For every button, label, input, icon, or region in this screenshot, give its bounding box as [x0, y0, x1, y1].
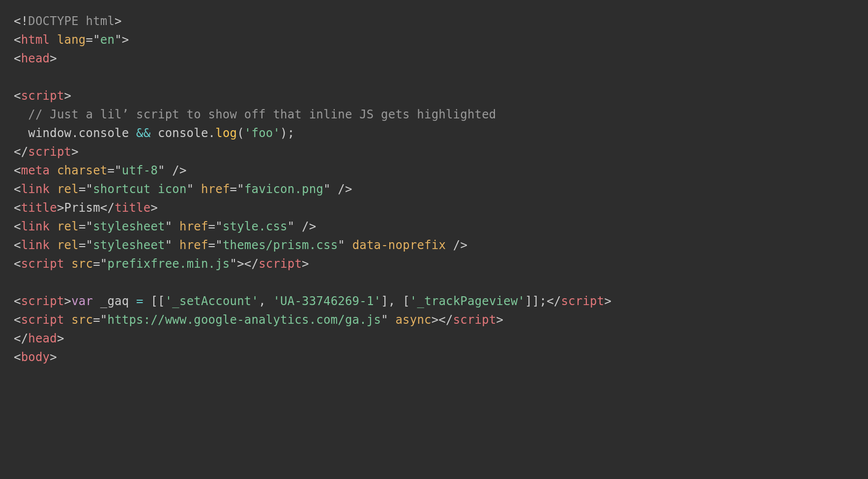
code-token: < — [14, 238, 21, 252]
code-token: stylesheet — [93, 220, 165, 233]
code-token: > — [496, 313, 504, 327]
code-token: log — [215, 126, 237, 140]
code-token: lang — [57, 33, 86, 47]
code-token: console — [150, 126, 208, 140]
code-token: style.css — [223, 220, 288, 233]
code-token — [14, 108, 28, 121]
code-token — [144, 294, 151, 308]
code-token — [50, 164, 57, 177]
code-token: href — [179, 238, 208, 252]
code-block: <!DOCTYPE html> <html lang="en"> <head> … — [0, 0, 868, 378]
code-token: _gaq — [93, 294, 136, 308]
code-token: > — [604, 294, 611, 308]
code-token: rel — [57, 238, 79, 252]
code-token: head — [28, 332, 57, 345]
code-token: head — [21, 52, 50, 65]
code-token: < — [14, 164, 21, 177]
code-token: Prism — [64, 201, 100, 215]
code-token: " — [165, 238, 179, 252]
code-token: > — [50, 52, 57, 65]
code-token: =" — [79, 238, 93, 252]
code-token: . — [208, 126, 216, 140]
code-token: script — [453, 313, 496, 327]
code-token: < — [14, 201, 21, 215]
code-token: href — [179, 220, 208, 233]
code-token: " — [381, 313, 395, 327]
code-token: =" — [230, 182, 244, 196]
code-token: < — [14, 350, 21, 364]
code-token: script — [561, 294, 604, 308]
code-token: <! — [14, 14, 28, 28]
code-token: =" — [208, 238, 223, 252]
code-token: > — [64, 294, 72, 308]
code-token: ); — [280, 126, 294, 140]
code-token: ]];</ — [525, 294, 561, 308]
code-token: , — [259, 294, 273, 308]
code-token: link — [21, 238, 50, 252]
code-token: ], [ — [381, 294, 410, 308]
code-token: [[ — [150, 294, 165, 308]
code-token: script — [259, 257, 302, 271]
code-token: window — [14, 126, 71, 140]
code-token: link — [21, 220, 50, 233]
code-token: > — [302, 257, 309, 271]
code-token: > — [71, 145, 79, 159]
code-token: charset — [57, 164, 108, 177]
code-token: script — [21, 89, 64, 103]
code-token: stylesheet — [93, 238, 165, 252]
code-token: data-noprefix — [352, 238, 446, 252]
code-token: href — [201, 182, 230, 196]
code-token: " — [338, 238, 352, 252]
code-token — [64, 313, 72, 327]
code-token — [50, 220, 57, 233]
code-token: =" — [107, 164, 121, 177]
code-token: > — [64, 89, 72, 103]
code-token: src — [71, 313, 93, 327]
code-token: 'UA-33746269-1' — [273, 294, 381, 308]
code-token: " /> — [158, 164, 187, 177]
code-token: title — [21, 201, 57, 215]
code-token: ( — [237, 126, 244, 140]
code-token: < — [14, 52, 21, 65]
code-token: ></ — [432, 313, 453, 327]
code-token: " /> — [288, 220, 317, 233]
code-token: /> — [446, 238, 467, 252]
code-token: < — [14, 89, 21, 103]
code-token: '_trackPageview' — [410, 294, 525, 308]
code-token: > — [150, 201, 158, 215]
code-token: async — [395, 313, 431, 327]
code-token: shortcut icon — [93, 182, 186, 196]
code-token: rel — [57, 182, 79, 196]
code-token: src — [71, 257, 93, 271]
code-token: html — [21, 33, 50, 47]
code-token: . — [71, 126, 79, 140]
code-token: DOCTYPE html — [28, 14, 115, 28]
code-token: > — [57, 201, 64, 215]
code-token — [64, 257, 72, 271]
code-token: < — [14, 182, 21, 196]
code-token: > — [115, 14, 122, 28]
code-token: </ — [14, 145, 28, 159]
code-token: title — [115, 201, 150, 215]
code-token: script — [21, 313, 64, 327]
code-token: script — [21, 294, 64, 308]
code-token: script — [21, 257, 64, 271]
code-token: =" — [93, 257, 107, 271]
code-token: "></ — [230, 257, 259, 271]
code-token: themes/prism.css — [223, 238, 338, 252]
code-token: // Just a lil’ script to show off that i… — [28, 108, 496, 121]
code-token: console — [79, 126, 136, 140]
code-token: script — [28, 145, 71, 159]
code-token: favicon.png — [244, 182, 323, 196]
code-token: prefixfree.min.js — [107, 257, 230, 271]
code-token: =" — [208, 220, 223, 233]
code-token: < — [14, 313, 21, 327]
code-token: en — [100, 33, 115, 47]
code-token: > — [57, 332, 64, 345]
code-token: < — [14, 33, 21, 47]
code-token — [50, 238, 57, 252]
code-token: " — [187, 182, 201, 196]
code-token: =" — [86, 33, 100, 47]
code-token: =" — [79, 182, 93, 196]
code-token: 'foo' — [244, 126, 280, 140]
